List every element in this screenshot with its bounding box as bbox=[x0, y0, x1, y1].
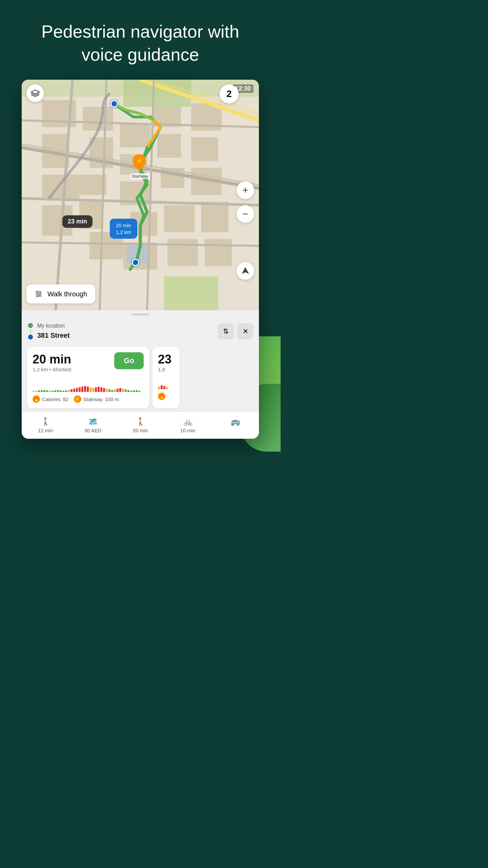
svg-rect-22 bbox=[164, 205, 195, 232]
navigation-button[interactable] bbox=[237, 262, 254, 280]
elevation-bar bbox=[103, 388, 105, 392]
svg-rect-11 bbox=[120, 124, 150, 147]
walk2-icon: 🚶 bbox=[136, 417, 145, 426]
tab-bus[interactable]: 🚌 bbox=[211, 415, 259, 435]
elevation-bar bbox=[33, 391, 35, 392]
route-meta: 🔥 Calories 92 ⚡ Stairway 100 m bbox=[33, 395, 144, 403]
close-route-button[interactable]: ✕ bbox=[237, 323, 253, 339]
alt-calories-icon: 🔥 bbox=[158, 393, 165, 400]
elevation-bar bbox=[98, 387, 100, 392]
elevation-bar bbox=[73, 389, 75, 392]
route-card-header: 20 min 1,2 km • Shortest Go bbox=[33, 352, 144, 376]
stairway-meta-value: 100 m bbox=[105, 396, 119, 402]
alt-route-details: 1,8 bbox=[158, 367, 174, 372]
route-options: 20 min 1,2 km • Shortest Go 🔥 Calories 9… bbox=[22, 343, 259, 412]
stairway-label: Stairway bbox=[130, 173, 150, 179]
svg-rect-27 bbox=[164, 276, 218, 310]
svg-marker-29 bbox=[242, 267, 249, 274]
svg-rect-14 bbox=[157, 134, 181, 158]
elevation-bar bbox=[95, 387, 97, 392]
elevation-bar bbox=[43, 390, 45, 392]
destination-label[interactable]: 381 Street bbox=[37, 330, 214, 341]
elevation-bar bbox=[92, 388, 94, 392]
tab-toll[interactable]: 🗺️ 30 AED bbox=[69, 415, 117, 435]
tab-walk[interactable]: 🚶 12 min bbox=[22, 415, 69, 435]
route-dots bbox=[27, 323, 34, 339]
zoom-in-button[interactable]: + bbox=[237, 181, 254, 199]
bottom-tabs: 🚶 12 min 🗺️ 30 AED 🚶 20 min 🚲 10 min 🚌 bbox=[22, 412, 259, 439]
navigate-icon bbox=[241, 267, 250, 275]
bike-icon: 🚲 bbox=[183, 417, 192, 426]
svg-point-33 bbox=[37, 291, 38, 293]
stairway-meta: ⚡ Stairway 100 m bbox=[74, 395, 119, 403]
drag-handle-bar bbox=[132, 314, 149, 315]
elevation-bar bbox=[62, 391, 64, 392]
calories-icon: 🔥 bbox=[33, 395, 40, 403]
bottom-panel: My location 381 Street ⇅ ✕ 20 min 1,2 km bbox=[22, 310, 259, 439]
tab-walk2[interactable]: 🚶 20 min bbox=[117, 415, 164, 435]
hero-title: Pedestrian navigator with voice guidance bbox=[20, 20, 260, 66]
elevation-bar bbox=[68, 390, 70, 392]
alt-route-meta: 🔥 bbox=[158, 393, 174, 400]
elevation-bar bbox=[122, 389, 124, 392]
svg-rect-5 bbox=[42, 175, 79, 198]
walk-icon: 🚶 bbox=[41, 417, 50, 426]
elevation-bar bbox=[100, 387, 102, 392]
stairway-meta-icon: ⚡ bbox=[74, 395, 81, 403]
svg-point-34 bbox=[39, 293, 41, 295]
origin-dot bbox=[28, 323, 33, 328]
elevation-bar bbox=[87, 387, 89, 392]
elevation-bar bbox=[117, 389, 119, 392]
location-actions: ⇅ ✕ bbox=[218, 323, 253, 339]
elevation-bar bbox=[79, 387, 81, 392]
elevation-bar bbox=[89, 387, 92, 392]
stairway-marker: ⚡ Stairway bbox=[130, 154, 150, 179]
hero-section: Pedestrian navigator with voice guidance bbox=[0, 0, 281, 80]
elevation-bar bbox=[54, 390, 56, 392]
layers-icon bbox=[30, 88, 40, 98]
svg-rect-26 bbox=[205, 239, 232, 266]
layers-button[interactable] bbox=[26, 84, 44, 102]
elevation-bar bbox=[127, 390, 129, 392]
filters-icon bbox=[35, 290, 43, 298]
elevation-bar bbox=[108, 389, 110, 392]
svg-rect-16 bbox=[191, 137, 218, 161]
zoom-out-button[interactable]: − bbox=[237, 205, 254, 223]
tab-toll-label: 30 AED bbox=[84, 428, 102, 433]
route-time: 20 min bbox=[33, 352, 71, 367]
calories-value: 92 bbox=[63, 396, 68, 402]
elevation-bar bbox=[65, 390, 67, 392]
svg-rect-25 bbox=[167, 239, 198, 266]
elevation-bar bbox=[138, 391, 140, 392]
elevation-bar bbox=[60, 390, 62, 392]
location-labels: My location 381 Street bbox=[37, 321, 214, 341]
elevation-bar bbox=[35, 391, 37, 392]
secondary-route-card[interactable]: 23 1,8 🔥 bbox=[152, 347, 180, 408]
elevation-bar bbox=[125, 389, 127, 392]
map-area: 12:30 2 + − bbox=[22, 80, 259, 310]
elevation-bar bbox=[111, 390, 113, 392]
elevation-bar bbox=[114, 389, 116, 392]
walk-through-button[interactable]: Walk through bbox=[26, 284, 95, 303]
alt-elevation-bars bbox=[158, 376, 174, 389]
go-button[interactable]: Go bbox=[114, 352, 144, 369]
drag-handle[interactable] bbox=[22, 310, 259, 319]
tab-walk-label: 12 min bbox=[38, 428, 53, 433]
toll-icon: 🗺️ bbox=[88, 417, 98, 426]
elevation-bar bbox=[106, 389, 108, 392]
tab-bike-label: 10 min bbox=[180, 428, 195, 433]
elevation-bar bbox=[57, 390, 59, 392]
route-details: 1,2 km • Shortest bbox=[33, 367, 71, 372]
elevation-bar bbox=[41, 390, 43, 392]
swap-route-button[interactable]: ⇅ bbox=[218, 323, 234, 339]
route-count-badge: 2 bbox=[220, 84, 239, 103]
tab-walk2-label: 20 min bbox=[133, 428, 148, 433]
primary-route-card[interactable]: 20 min 1,2 km • Shortest Go 🔥 Calories 9… bbox=[27, 347, 149, 408]
elevation-bar bbox=[49, 391, 51, 392]
origin-label[interactable]: My location bbox=[37, 321, 214, 330]
elevation-bar bbox=[130, 391, 132, 392]
map-streets bbox=[22, 80, 259, 310]
tab-bike[interactable]: 🚲 10 min bbox=[164, 415, 211, 435]
elevation-bars bbox=[33, 378, 144, 392]
elevation-bar bbox=[46, 390, 48, 392]
